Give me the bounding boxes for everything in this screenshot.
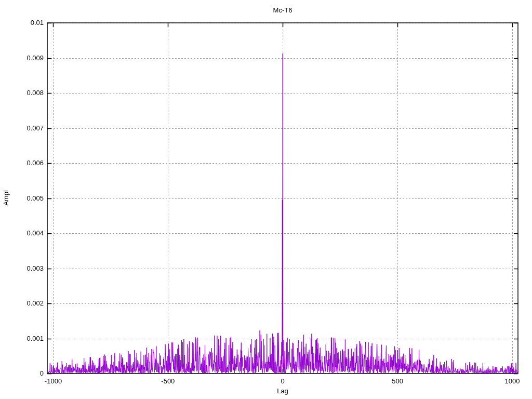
y-tick-label: 0.006	[0, 159, 44, 167]
y-tick-label: 0.005	[0, 194, 44, 202]
x-tick-label: 1000	[489, 377, 532, 385]
y-tick-label: 0.01	[0, 19, 44, 26]
x-tick-label: 0	[259, 377, 306, 385]
chart-canvas	[0, 0, 532, 399]
y-tick-label: 0.009	[0, 54, 44, 62]
y-tick-label: 0.008	[0, 89, 44, 97]
y-tick-label: 0	[0, 369, 44, 377]
y-tick-label: 0.004	[0, 229, 44, 237]
y-tick-label: 0.003	[0, 264, 44, 272]
chart-title: Mc-T6	[47, 6, 518, 14]
x-tick-label: -500	[144, 377, 191, 385]
x-tick-label: -1000	[30, 377, 76, 385]
y-tick-label: 0.007	[0, 124, 44, 132]
y-tick-label: 0.002	[0, 299, 44, 307]
x-axis-label: Lag	[47, 387, 518, 395]
plot-window: Mc-T6 Ampl Lag -1000-5000500100000.0010.…	[0, 0, 532, 399]
y-tick-label: 0.001	[0, 335, 44, 342]
x-tick-label: 500	[374, 377, 421, 385]
